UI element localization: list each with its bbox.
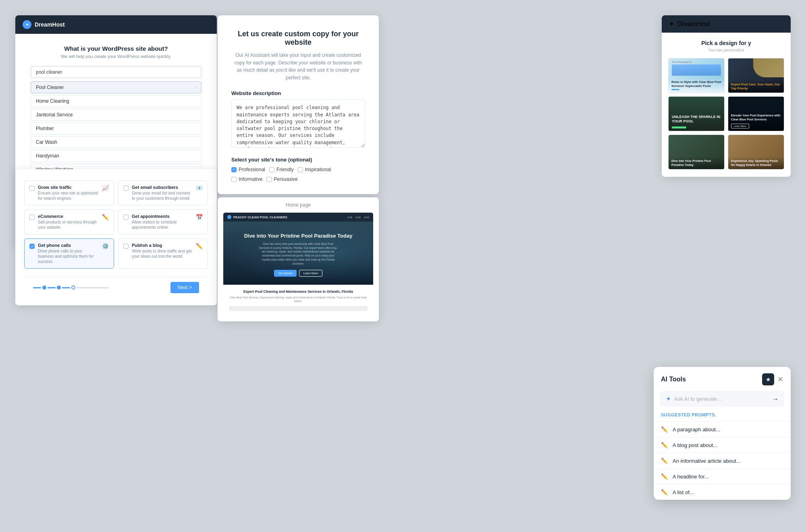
dropdown-item-plumber[interactable]: Plumber xyxy=(31,122,202,135)
goal-title-phone: Get phone calls xyxy=(38,243,99,248)
ai-copy-title: Let us create custom copy for your websi… xyxy=(231,30,365,47)
design-card-5[interactable]: Dive into Your Pristine Pool Paradise To… xyxy=(668,135,725,170)
ai-prompt-paragraph[interactable]: ✏️ A paragraph about... xyxy=(654,421,791,437)
preview-hero: Dive into Your Pristine Pool Paradise To… xyxy=(223,221,373,285)
tone-option-friendly[interactable]: Friendly xyxy=(269,167,294,172)
ai-copy-desc: Our AI Assistant will take your input an… xyxy=(231,52,365,81)
goal-checkbox-blog[interactable] xyxy=(123,244,129,249)
goal-item-appointments[interactable]: Get appointments Allow visitors to sched… xyxy=(118,209,208,234)
panel-header-top-left: ✦ DreamHost xyxy=(15,15,217,34)
ai-input-row[interactable]: ✦ Ask AI to generate... → xyxy=(660,391,784,407)
website-description-textarea[interactable]: We are professional pool cleaning and ma… xyxy=(231,99,365,148)
preview-learn-more-btn[interactable]: Learn More xyxy=(299,270,322,277)
design-card-3[interactable]: UNLEASH THE SPARKLE IN YOUR POOL xyxy=(668,96,725,131)
ai-star-button[interactable]: ★ xyxy=(762,373,774,385)
design-header: ✦ DreamHost xyxy=(662,15,791,33)
ai-prompt-list[interactable]: ✏️ A list of... xyxy=(654,484,791,500)
tone-checkbox-professional[interactable]: ✓ xyxy=(231,167,237,172)
goals-footer: Next > xyxy=(24,277,208,299)
tone-checkbox-persuasive[interactable] xyxy=(266,177,272,182)
preview-get-started-btn[interactable]: Get Started xyxy=(274,270,297,277)
tone-option-professional[interactable]: ✓ Professional xyxy=(231,167,265,172)
tone-checkbox-informative[interactable] xyxy=(231,177,237,182)
design-title: Pick a design for y xyxy=(668,40,784,46)
dropdown-item-carwash[interactable]: Car Wash xyxy=(31,136,202,148)
goals-panel: Grow site traffic Ensure your new site i… xyxy=(15,169,217,305)
ai-input-placeholder: Ask AI to generate... xyxy=(674,396,769,402)
design-card-5-headline: Dive into Your Pristine Pool Paradise To… xyxy=(671,159,721,167)
preview-hero-desc: Dive into worry-free pool ownership with… xyxy=(258,242,339,266)
tone-section-label: Select your site's tone (optional) xyxy=(231,157,365,163)
progress-dots-bottom xyxy=(33,286,170,290)
homepage-preview-panel: Home page PEACHY CLEAN POOL CLEANERS Lin… xyxy=(218,197,379,321)
dropdown-item-home-cleaning[interactable]: Home Cleaning xyxy=(31,95,202,107)
design-card-1[interactable]: Pool Cleaning Co. Relax in Style with Cl… xyxy=(668,58,725,93)
chevron-right-icon: › xyxy=(195,85,196,90)
ai-prompt-text-5: A list of... xyxy=(673,489,694,495)
ai-pencil-icon-5: ✏️ xyxy=(661,489,668,495)
goal-title-traffic: Grow site traffic xyxy=(38,185,99,190)
blog-icon: ✏️ xyxy=(196,243,203,249)
website-desc-label: Website description xyxy=(231,90,365,96)
dreamhost-logo-icon-right: ✦ xyxy=(669,20,674,28)
design-card-1-accent xyxy=(671,89,679,90)
goals-grid: Grow site traffic Ensure your new site i… xyxy=(24,180,208,269)
goal-item-blog[interactable]: Publish a blog Write posts to drive traf… xyxy=(118,238,208,269)
goal-checkbox-phone[interactable]: ✓ xyxy=(29,244,35,249)
goal-desc-blog: Write posts to drive traffic and get you… xyxy=(132,248,193,259)
goal-desc-ecommerce: Sell products or services through your w… xyxy=(38,219,99,230)
design-subtitle: You can personalize xyxy=(668,48,784,52)
design-body: Pick a design for y You can personalize … xyxy=(662,33,791,177)
ai-prompt-article[interactable]: ✏️ An informative article about... xyxy=(654,453,791,468)
preview-navbar: PEACHY CLEAN POOL CLEANERS Link Link Lin… xyxy=(223,213,373,221)
ai-pencil-icon-2: ✏️ xyxy=(661,442,668,448)
ai-close-button[interactable]: ✕ xyxy=(777,375,783,384)
ai-prompt-blog[interactable]: ✏️ A blog post about... xyxy=(654,437,791,453)
preview-content-title: Expert Pool Cleaning and Maintenance Ser… xyxy=(229,290,368,294)
design-card-4-headline: Elevate Your Pool Experience with Clear … xyxy=(731,114,781,121)
dropdown-item-pool-cleaner[interactable]: Pool Cleaner › xyxy=(31,81,202,93)
preview-logo-dot xyxy=(227,215,231,219)
tone-option-inspirational[interactable]: Inspirational xyxy=(298,167,331,172)
ai-prompt-text-1: A paragraph about... xyxy=(673,426,720,433)
goal-item-traffic[interactable]: Grow site traffic Ensure your new site i… xyxy=(24,180,114,205)
site-type-search-input[interactable] xyxy=(31,66,202,78)
goal-item-email[interactable]: Get email subscribers Grow your email li… xyxy=(118,180,208,205)
goal-checkbox-ecommerce[interactable] xyxy=(29,215,35,220)
design-card-3-headline: UNLEASH THE SPARKLE IN YOUR POOL xyxy=(672,115,721,124)
design-picker-panel: ✦ DreamHost Pick a design for y You can … xyxy=(662,15,791,177)
design-card-1-headline: Relax in Style with Clear Blue Pool Serv… xyxy=(671,80,721,88)
ai-arrow-icon: → xyxy=(772,395,779,403)
goal-checkbox-traffic[interactable] xyxy=(29,186,35,191)
preview-nav-link-2: Link xyxy=(355,216,361,219)
dropdown-item-handyman[interactable]: Handyman xyxy=(31,150,202,162)
page-label: Home page xyxy=(218,197,379,213)
goal-desc-appointments: Allow visitors to schedule appointments … xyxy=(132,219,193,230)
design-card-6[interactable]: Experience Joy: Sparkling Pools for Happ… xyxy=(728,135,784,170)
traffic-icon: 📈 xyxy=(102,185,109,191)
email-icon: 📧 xyxy=(196,185,203,191)
appointments-icon: 📅 xyxy=(196,214,203,220)
goal-item-ecommerce[interactable]: eCommerce Sell products or services thro… xyxy=(24,209,114,234)
tone-option-persuasive[interactable]: Persuasive xyxy=(266,176,297,182)
ai-tools-header: AI Tools ★ ✕ xyxy=(654,367,791,391)
tone-options-group: ✓ Professional Friendly Inspirational In… xyxy=(231,167,365,182)
goal-checkbox-appointments[interactable] xyxy=(123,215,129,220)
tone-option-informative[interactable]: Informative xyxy=(231,176,262,182)
goal-title-email: Get email subscribers xyxy=(132,185,193,190)
dropdown-item-janitorial[interactable]: Janitorial Service xyxy=(31,109,202,121)
goal-desc-email: Grow your email list and connect to your… xyxy=(132,190,193,201)
design-card-4[interactable]: Elevate Your Pool Experience with Clear … xyxy=(728,96,784,131)
design-card-2[interactable]: Expert Pool Care: Your Oasis, Our Top Pr… xyxy=(728,58,784,93)
next-button-bottom[interactable]: Next > xyxy=(170,282,199,293)
ai-prompt-text-4: A headline for... xyxy=(673,474,709,480)
goal-checkbox-email[interactable] xyxy=(123,186,129,191)
design-card-6-headline: Experience Joy: Sparkling Pools for Happ… xyxy=(731,159,781,167)
goal-desc-phone: Drive phone calls to your business and o… xyxy=(38,248,99,264)
ai-prompt-headline[interactable]: ✏️ A headline for... xyxy=(654,468,791,484)
preview-nav-link-3: Link xyxy=(364,216,369,219)
ai-sparkle-icon: ✦ xyxy=(666,395,671,403)
tone-checkbox-inspirational[interactable] xyxy=(298,167,303,172)
tone-checkbox-friendly[interactable] xyxy=(269,167,274,172)
goal-item-phone[interactable]: ✓ Get phone calls Drive phone calls to y… xyxy=(24,238,114,269)
